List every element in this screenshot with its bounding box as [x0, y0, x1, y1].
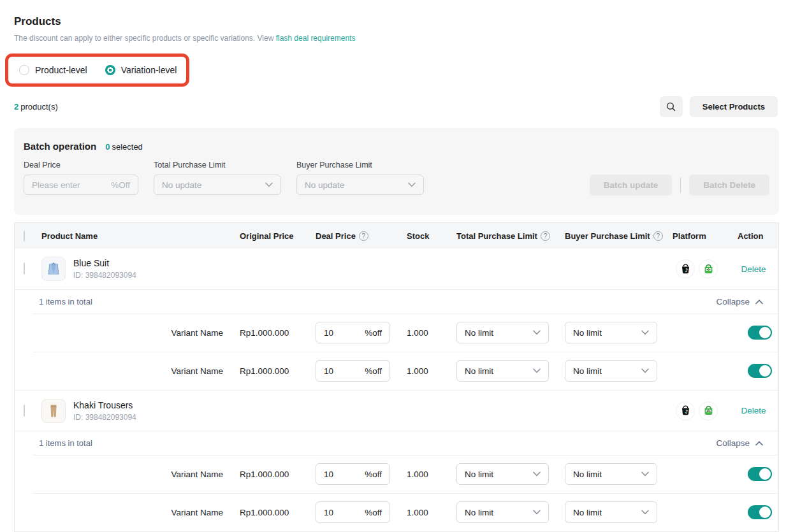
total-limit-value: No limit — [465, 328, 493, 338]
chevron-down-icon — [408, 182, 416, 187]
help-icon[interactable]: ? — [653, 231, 663, 241]
col-deal-price-label: Deal Price — [316, 231, 356, 241]
collapse-toggle[interactable]: Collapse — [716, 438, 763, 448]
col-buyer-limit: Buyer Purchase Limit? — [557, 231, 665, 241]
search-button[interactable] — [660, 96, 683, 117]
table-header-row: Product Name Original Price Deal Price? … — [15, 223, 778, 248]
radio-unchecked-icon[interactable] — [19, 65, 29, 75]
product-count-number: 2 — [14, 102, 18, 111]
variant-enabled-toggle[interactable] — [748, 505, 772, 519]
variant-name: Variant Name — [39, 470, 240, 479]
variant-row: Variant Name Rp1.000.000 %off 1.000 No l… — [15, 493, 778, 531]
product-count-label: product(s) — [20, 102, 58, 111]
batch-total-limit-field: Total Purchase Limit No update — [154, 161, 281, 195]
variant-stock: 1.000 — [400, 470, 448, 479]
batch-total-limit-label: Total Purchase Limit — [154, 161, 281, 169]
delete-product-link[interactable]: Delete — [741, 406, 766, 415]
variant-original-price: Rp1.000.000 — [240, 508, 308, 517]
search-icon — [666, 101, 676, 112]
variant-enabled-toggle[interactable] — [748, 364, 772, 378]
buyer-limit-select[interactable]: No limit — [565, 322, 657, 343]
deal-price-input[interactable] — [324, 328, 349, 338]
tiktok-shop-icon: ♪ ♪ ♪ — [676, 259, 695, 278]
select-products-button[interactable]: Select Products — [690, 96, 778, 117]
collapse-toggle[interactable]: Collapse — [716, 297, 763, 306]
total-limit-select[interactable]: No limit — [456, 360, 549, 382]
product-name: Blue Suit — [73, 258, 136, 268]
col-total-limit-label: Total Purchase Limit — [456, 231, 537, 241]
radio-checked-icon[interactable] — [105, 65, 115, 75]
collapse-label: Collapse — [716, 297, 750, 306]
total-limit-select[interactable]: No limit — [456, 501, 549, 523]
variant-summary-row: 1 items in total Collapse — [15, 431, 778, 455]
batch-deal-price-input-box: %Off — [24, 175, 138, 195]
variant-name: Variant Name — [39, 328, 240, 338]
divider — [680, 177, 681, 192]
page-subtitle: The discount can apply to either specifi… — [14, 34, 778, 43]
items-in-total: 1 items in total — [39, 297, 92, 306]
total-limit-select[interactable]: No limit — [456, 463, 549, 485]
tokopedia-icon — [699, 259, 718, 278]
product-row: Blue Suit ID: 398482093094 ♪ ♪ ♪ — [15, 248, 778, 289]
variant-row: Variant Name Rp1.000.000 %off 1.000 No l… — [15, 352, 778, 390]
variant-stock: 1.000 — [400, 328, 448, 338]
col-stock: Stock — [400, 231, 448, 241]
deal-price-input[interactable] — [324, 366, 349, 376]
batch-delete-button[interactable]: Batch Delete — [689, 175, 769, 196]
batch-deal-price-input[interactable] — [32, 180, 89, 190]
deal-price-input[interactable] — [324, 470, 349, 479]
buyer-limit-select[interactable]: No limit — [565, 360, 657, 382]
variant-row: Variant Name Rp1.000.000 %off 1.000 No l… — [15, 455, 778, 493]
svg-text:♪: ♪ — [685, 267, 688, 273]
select-all-checkbox[interactable] — [24, 231, 25, 241]
product-image-blue-suit — [41, 257, 66, 281]
flash-deal-requirements-link[interactable]: flash deal requirements — [276, 34, 356, 43]
product-name: Khaki Trousers — [73, 400, 136, 410]
batch-total-limit-select[interactable]: No update — [154, 175, 281, 195]
total-limit-value: No limit — [465, 366, 493, 376]
chevron-down-icon — [641, 510, 649, 515]
variant-stock: 1.000 — [400, 508, 448, 517]
variant-enabled-toggle[interactable] — [748, 326, 772, 340]
col-total-limit: Total Purchase Limit? — [448, 231, 557, 241]
tiktok-shop-icon: ♪ ♪ ♪ — [676, 401, 695, 421]
row-checkbox[interactable] — [24, 262, 25, 275]
chevron-down-icon — [533, 471, 541, 477]
total-limit-select[interactable]: No limit — [456, 322, 549, 343]
buyer-limit-select[interactable]: No limit — [565, 501, 657, 523]
col-platform: Platform — [665, 231, 729, 241]
variant-enabled-toggle[interactable] — [748, 467, 772, 481]
radio-product-level[interactable]: Product-level — [19, 65, 87, 75]
col-original-price: Original Price — [240, 231, 308, 241]
delete-product-link[interactable]: Delete — [741, 264, 766, 274]
batch-selected-number: 0 — [105, 142, 110, 152]
buyer-limit-value: No limit — [573, 508, 602, 517]
batch-total-limit-value: No update — [162, 180, 201, 190]
toggle-knob — [759, 365, 771, 377]
chevron-down-icon — [641, 330, 649, 335]
deal-price-input-box: %off — [316, 322, 390, 343]
level-selector-highlight: Product-level Variation-level — [5, 54, 189, 87]
product-id: ID: 398482093094 — [73, 413, 136, 422]
deal-price-input-box: %off — [316, 360, 390, 382]
batch-operation-panel: Batch operation 0selected Deal Price %Of… — [14, 128, 779, 215]
variant-summary-row: 1 items in total Collapse — [15, 289, 778, 313]
radio-product-level-label: Product-level — [35, 65, 87, 75]
help-icon[interactable]: ? — [359, 231, 368, 241]
buyer-limit-value: No limit — [573, 470, 602, 479]
batch-buyer-limit-select[interactable]: No update — [296, 175, 424, 195]
batch-buyer-limit-label: Buyer Purchase Limit — [296, 161, 424, 169]
toolbar: 2product(s) Select Products — [14, 96, 778, 117]
buyer-limit-select[interactable]: No limit — [565, 463, 657, 485]
deal-price-input-box: %off — [316, 463, 390, 485]
batch-deal-price-suffix: %Off — [111, 180, 130, 190]
variant-row: Variant Name Rp1.000.000 %off 1.000 No l… — [15, 313, 778, 352]
col-buyer-limit-label: Buyer Purchase Limit — [565, 231, 650, 241]
product-image-khaki-trousers — [41, 399, 66, 423]
radio-variation-level[interactable]: Variation-level — [105, 65, 177, 75]
help-icon[interactable]: ? — [541, 231, 550, 241]
batch-update-button[interactable]: Batch update — [590, 175, 673, 196]
row-checkbox[interactable] — [24, 405, 25, 417]
deal-price-input[interactable] — [324, 508, 349, 517]
chevron-down-icon — [641, 368, 649, 373]
